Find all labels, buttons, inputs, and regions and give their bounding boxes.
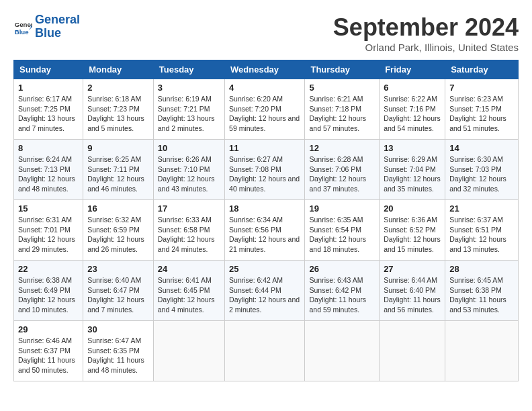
day-number: 23	[87, 264, 149, 274]
calendar-cell: 11Sunrise: 6:27 AMSunset: 7:08 PMDayligh…	[225, 140, 305, 200]
calendar-cell: 4Sunrise: 6:20 AMSunset: 7:20 PMDaylight…	[225, 79, 305, 140]
cell-info: Sunrise: 6:18 AMSunset: 7:23 PMDaylight:…	[87, 94, 149, 134]
logo-icon: General Blue	[13, 17, 32, 36]
calendar-cell: 1Sunrise: 6:17 AMSunset: 7:25 PMDaylight…	[14, 79, 83, 140]
day-number: 15	[18, 203, 79, 214]
cell-info: Sunrise: 6:35 AMSunset: 6:54 PMDaylight:…	[309, 215, 375, 255]
calendar-cell: 7Sunrise: 6:23 AMSunset: 7:15 PMDaylight…	[445, 79, 519, 140]
month-title: September 2024	[333, 13, 519, 42]
day-number: 22	[18, 264, 79, 274]
calendar-cell: 24Sunrise: 6:41 AMSunset: 6:45 PMDayligh…	[153, 261, 224, 321]
cell-info: Sunrise: 6:21 AMSunset: 7:18 PMDaylight:…	[309, 94, 375, 134]
calendar-cell: 21Sunrise: 6:37 AMSunset: 6:51 PMDayligh…	[445, 200, 519, 261]
day-number: 14	[449, 143, 514, 153]
day-number: 10	[158, 143, 220, 153]
cell-info: Sunrise: 6:33 AMSunset: 6:58 PMDaylight:…	[158, 215, 220, 255]
col-header-thursday: Thursday	[305, 60, 380, 79]
calendar-cell: 17Sunrise: 6:33 AMSunset: 6:58 PMDayligh…	[153, 200, 224, 261]
day-number: 27	[384, 264, 441, 274]
day-number: 29	[18, 324, 79, 334]
cell-info: Sunrise: 6:19 AMSunset: 7:21 PMDaylight:…	[158, 94, 220, 134]
col-header-sunday: Sunday	[14, 60, 83, 79]
cell-info: Sunrise: 6:47 AMSunset: 6:35 PMDaylight:…	[87, 336, 149, 375]
calendar-cell: 14Sunrise: 6:30 AMSunset: 7:03 PMDayligh…	[445, 140, 519, 200]
calendar-cell	[153, 321, 224, 381]
logo: General Blue GeneralBlue	[13, 13, 80, 40]
cell-info: Sunrise: 6:17 AMSunset: 7:25 PMDaylight:…	[18, 94, 79, 134]
calendar-cell: 25Sunrise: 6:42 AMSunset: 6:44 PMDayligh…	[225, 261, 305, 321]
cell-info: Sunrise: 6:37 AMSunset: 6:51 PMDaylight:…	[449, 215, 514, 255]
day-number: 4	[229, 83, 300, 93]
calendar-cell	[305, 321, 380, 381]
day-number: 17	[158, 203, 220, 214]
col-header-tuesday: Tuesday	[153, 60, 224, 79]
day-number: 26	[309, 264, 375, 274]
cell-info: Sunrise: 6:41 AMSunset: 6:45 PMDaylight:…	[158, 275, 220, 315]
day-number: 18	[229, 203, 300, 214]
calendar-cell	[225, 321, 305, 381]
svg-text:Blue: Blue	[15, 28, 29, 35]
col-header-saturday: Saturday	[445, 60, 519, 79]
day-number: 13	[384, 143, 441, 153]
day-number: 25	[229, 264, 300, 274]
calendar-cell	[445, 321, 519, 381]
cell-info: Sunrise: 6:26 AMSunset: 7:10 PMDaylight:…	[158, 154, 220, 194]
day-number: 16	[87, 203, 149, 214]
calendar-cell: 8Sunrise: 6:24 AMSunset: 7:13 PMDaylight…	[14, 140, 83, 200]
cell-info: Sunrise: 6:36 AMSunset: 6:52 PMDaylight:…	[384, 215, 441, 255]
calendar-cell: 20Sunrise: 6:36 AMSunset: 6:52 PMDayligh…	[380, 200, 445, 261]
cell-info: Sunrise: 6:24 AMSunset: 7:13 PMDaylight:…	[18, 154, 79, 194]
cell-info: Sunrise: 6:28 AMSunset: 7:06 PMDaylight:…	[309, 154, 375, 194]
day-number: 1	[18, 83, 79, 93]
calendar-cell: 15Sunrise: 6:31 AMSunset: 7:01 PMDayligh…	[14, 200, 83, 261]
calendar-cell: 29Sunrise: 6:46 AMSunset: 6:37 PMDayligh…	[14, 321, 83, 381]
cell-info: Sunrise: 6:22 AMSunset: 7:16 PMDaylight:…	[384, 94, 441, 134]
day-number: 30	[87, 324, 149, 334]
cell-info: Sunrise: 6:29 AMSunset: 7:04 PMDaylight:…	[384, 154, 441, 194]
calendar-cell: 27Sunrise: 6:44 AMSunset: 6:40 PMDayligh…	[380, 261, 445, 321]
calendar-cell: 22Sunrise: 6:38 AMSunset: 6:49 PMDayligh…	[14, 261, 83, 321]
day-number: 19	[309, 203, 375, 214]
cell-info: Sunrise: 6:27 AMSunset: 7:08 PMDaylight:…	[229, 154, 300, 194]
cell-info: Sunrise: 6:42 AMSunset: 6:44 PMDaylight:…	[229, 275, 300, 315]
calendar-cell: 3Sunrise: 6:19 AMSunset: 7:21 PMDaylight…	[153, 79, 224, 140]
day-number: 5	[309, 83, 375, 93]
cell-info: Sunrise: 6:20 AMSunset: 7:20 PMDaylight:…	[229, 94, 300, 134]
title-block: September 2024 Orland Park, Illinois, Un…	[333, 13, 519, 53]
cell-info: Sunrise: 6:30 AMSunset: 7:03 PMDaylight:…	[449, 154, 514, 194]
day-number: 24	[158, 264, 220, 274]
day-number: 20	[384, 203, 441, 214]
day-number: 28	[449, 264, 514, 274]
calendar-cell: 6Sunrise: 6:22 AMSunset: 7:16 PMDaylight…	[380, 79, 445, 140]
calendar-cell: 26Sunrise: 6:43 AMSunset: 6:42 PMDayligh…	[305, 261, 380, 321]
page-header: General Blue GeneralBlue September 2024 …	[13, 13, 519, 53]
cell-info: Sunrise: 6:32 AMSunset: 6:59 PMDaylight:…	[87, 215, 149, 255]
cell-info: Sunrise: 6:38 AMSunset: 6:49 PMDaylight:…	[18, 275, 79, 315]
calendar-cell: 10Sunrise: 6:26 AMSunset: 7:10 PMDayligh…	[153, 140, 224, 200]
cell-info: Sunrise: 6:25 AMSunset: 7:11 PMDaylight:…	[87, 154, 149, 194]
day-number: 11	[229, 143, 300, 153]
location: Orland Park, Illinois, United States	[333, 42, 519, 53]
day-number: 8	[18, 143, 79, 153]
calendar-cell: 16Sunrise: 6:32 AMSunset: 6:59 PMDayligh…	[83, 200, 154, 261]
calendar-cell: 19Sunrise: 6:35 AMSunset: 6:54 PMDayligh…	[305, 200, 380, 261]
cell-info: Sunrise: 6:40 AMSunset: 6:47 PMDaylight:…	[87, 275, 149, 315]
col-header-friday: Friday	[380, 60, 445, 79]
cell-info: Sunrise: 6:45 AMSunset: 6:38 PMDaylight:…	[449, 275, 514, 315]
day-number: 12	[309, 143, 375, 153]
calendar-cell: 13Sunrise: 6:29 AMSunset: 7:04 PMDayligh…	[380, 140, 445, 200]
day-number: 9	[87, 143, 149, 153]
calendar-cell: 30Sunrise: 6:47 AMSunset: 6:35 PMDayligh…	[83, 321, 154, 381]
day-number: 7	[449, 83, 514, 93]
calendar-cell: 28Sunrise: 6:45 AMSunset: 6:38 PMDayligh…	[445, 261, 519, 321]
calendar-cell: 12Sunrise: 6:28 AMSunset: 7:06 PMDayligh…	[305, 140, 380, 200]
day-number: 6	[384, 83, 441, 93]
calendar-table: SundayMondayTuesdayWednesdayThursdayFrid…	[13, 60, 519, 381]
logo-text: GeneralBlue	[35, 13, 80, 40]
calendar-cell: 2Sunrise: 6:18 AMSunset: 7:23 PMDaylight…	[83, 79, 154, 140]
day-number: 21	[449, 203, 514, 214]
calendar-cell: 23Sunrise: 6:40 AMSunset: 6:47 PMDayligh…	[83, 261, 154, 321]
cell-info: Sunrise: 6:31 AMSunset: 7:01 PMDaylight:…	[18, 215, 79, 255]
col-header-monday: Monday	[83, 60, 154, 79]
cell-info: Sunrise: 6:43 AMSunset: 6:42 PMDaylight:…	[309, 275, 375, 315]
